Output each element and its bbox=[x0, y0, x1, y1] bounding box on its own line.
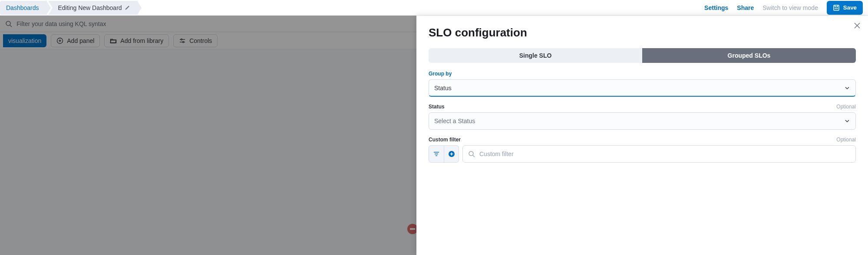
close-flyout-button[interactable] bbox=[851, 20, 863, 33]
tab-single-slo-label: Single SLO bbox=[519, 52, 552, 59]
svg-rect-0 bbox=[834, 5, 839, 10]
save-button-label: Save bbox=[843, 4, 857, 11]
filter-icon bbox=[433, 150, 440, 157]
breadcrumbs: Dashboards Editing New Dashboard bbox=[0, 0, 138, 15]
svg-point-30 bbox=[469, 151, 473, 156]
tab-grouped-slos-label: Grouped SLOs bbox=[728, 52, 771, 59]
status-row: Status Optional Select a Status bbox=[429, 104, 856, 130]
custom-filter-input-wrap bbox=[462, 145, 856, 163]
group-by-select[interactable]: Status bbox=[429, 79, 856, 97]
plus-filled-icon bbox=[448, 150, 455, 157]
group-by-row: Group by Status bbox=[429, 71, 856, 97]
status-label: Status bbox=[429, 104, 445, 110]
group-by-value: Status bbox=[434, 85, 452, 92]
app-root: Dashboards Editing New Dashboard Setting… bbox=[0, 0, 868, 255]
slo-mode-tabs: Single SLO Grouped SLOs bbox=[429, 48, 856, 63]
breadcrumb-dashboards[interactable]: Dashboards bbox=[0, 1, 47, 15]
custom-filter-label: Custom filter bbox=[429, 137, 461, 143]
share-link[interactable]: Share bbox=[737, 4, 754, 11]
slo-config-flyout: SLO configuration Single SLO Grouped SLO… bbox=[416, 16, 868, 255]
custom-filter-input[interactable] bbox=[479, 150, 850, 157]
tab-grouped-slos[interactable]: Grouped SLOs bbox=[642, 48, 856, 63]
flyout-title: SLO configuration bbox=[429, 26, 856, 39]
filter-controls-group bbox=[429, 145, 459, 163]
status-select[interactable]: Select a Status bbox=[429, 112, 856, 130]
top-bar: Dashboards Editing New Dashboard Setting… bbox=[0, 0, 868, 16]
status-placeholder: Select a Status bbox=[434, 118, 475, 124]
svg-line-31 bbox=[473, 155, 475, 157]
custom-filter-optional: Optional bbox=[836, 137, 856, 143]
custom-filter-row: Custom filter Optional bbox=[429, 137, 856, 163]
tab-single-slo[interactable]: Single SLO bbox=[429, 48, 642, 63]
chevron-down-icon bbox=[844, 118, 850, 124]
save-button[interactable]: Save bbox=[827, 1, 863, 15]
chevron-down-icon bbox=[844, 85, 850, 91]
add-filter-button[interactable] bbox=[444, 146, 459, 162]
group-by-label: Group by bbox=[429, 71, 452, 77]
pencil-icon bbox=[125, 5, 130, 10]
breadcrumb-dashboards-label: Dashboards bbox=[6, 4, 39, 11]
top-actions: Settings Share Switch to view mode Save bbox=[704, 1, 863, 15]
status-optional: Optional bbox=[836, 104, 856, 110]
search-icon bbox=[468, 150, 475, 157]
filter-settings-button[interactable] bbox=[429, 146, 444, 162]
close-icon bbox=[854, 23, 860, 29]
save-icon bbox=[833, 4, 840, 11]
breadcrumb-current[interactable]: Editing New Dashboard bbox=[49, 1, 138, 15]
settings-link[interactable]: Settings bbox=[704, 4, 728, 11]
switch-view-mode-link[interactable]: Switch to view mode bbox=[762, 4, 818, 11]
breadcrumb-current-label: Editing New Dashboard bbox=[58, 4, 122, 11]
